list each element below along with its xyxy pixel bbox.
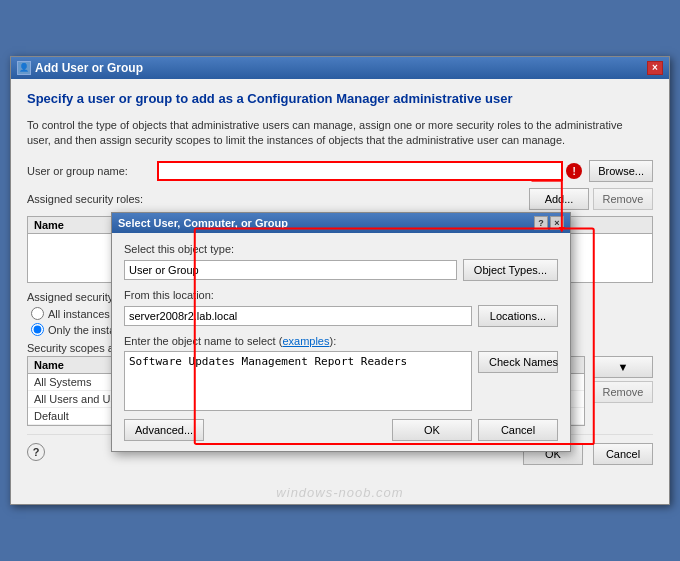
outer-close-button[interactable]: × (647, 61, 663, 75)
outer-window: 👤 Add User or Group × Specify a user or … (10, 56, 670, 506)
window-icon: 👤 (17, 61, 31, 75)
check-names-button[interactable]: Check Names (478, 351, 558, 373)
inner-dialog-title: Select User, Computer, or Group (118, 217, 288, 229)
roles-remove-button[interactable]: Remove (593, 188, 653, 210)
roles-label: Assigned security roles: (27, 193, 157, 205)
user-group-label: User or group name: (27, 165, 157, 177)
inner-title-bar: Select User, Computer, or Group ? × (112, 213, 570, 233)
advanced-button[interactable]: Advanced... (124, 419, 204, 441)
outer-cancel-button[interactable]: Cancel (593, 443, 653, 465)
user-group-input[interactable] (157, 161, 563, 181)
inner-dialog: Select User, Computer, or Group ? × Sele… (111, 212, 571, 452)
error-icon: ! (566, 163, 582, 179)
radio-only-input[interactable] (31, 323, 44, 336)
title-bar-left: 👤 Add User or Group (17, 61, 143, 75)
watermark: windows-noob.com (11, 481, 669, 504)
inner-close-button[interactable]: × (550, 216, 564, 230)
scopes-add-button[interactable]: ▼ (593, 356, 653, 378)
inner-bottom-row: Advanced... OK Cancel (124, 419, 558, 441)
from-location-label: From this location: (124, 289, 558, 301)
locations-button[interactable]: Locations... (478, 305, 558, 327)
object-type-row: Object Types... (124, 259, 558, 281)
object-type-label: Select this object type: (124, 243, 558, 255)
description-text: To control the type of objects that admi… (27, 118, 653, 149)
from-location-input[interactable] (124, 306, 472, 326)
roles-label-row: Assigned security roles: Add... Remove (27, 188, 653, 210)
outer-title-bar: 👤 Add User or Group × (11, 57, 669, 79)
user-group-row: User or group name: ! Browse... (27, 160, 653, 182)
inner-ok-button[interactable]: OK (392, 419, 472, 441)
object-name-textarea[interactable]: Software Updates Management Report Reade… (124, 351, 472, 411)
inner-content: Select this object type: Object Types...… (112, 233, 570, 451)
enter-object-label: Enter the object name to select (example… (124, 335, 558, 347)
roles-add-button[interactable]: Add... (529, 188, 589, 210)
object-types-button[interactable]: Object Types... (463, 259, 558, 281)
inner-ok-cancel: OK Cancel (392, 419, 558, 441)
radio-all-input[interactable] (31, 307, 44, 320)
help-icon[interactable]: ? (27, 443, 45, 461)
inner-cancel-button[interactable]: Cancel (478, 419, 558, 441)
scopes-col-name: Name (34, 359, 64, 371)
main-title: Specify a user or group to add as a Conf… (27, 91, 653, 108)
scopes-remove-button[interactable]: Remove (593, 381, 653, 403)
inner-title-controls: ? × (534, 216, 564, 230)
browse-button[interactable]: Browse... (589, 160, 653, 182)
outer-window-title: Add User or Group (35, 61, 143, 75)
scopes-buttons: ▼ Remove (589, 356, 653, 403)
inner-help-button[interactable]: ? (534, 216, 548, 230)
examples-link[interactable]: examples (282, 335, 329, 347)
from-location-row: Locations... (124, 305, 558, 327)
object-name-section: Software Updates Management Report Reade… (124, 351, 558, 411)
object-type-input[interactable] (124, 260, 457, 280)
